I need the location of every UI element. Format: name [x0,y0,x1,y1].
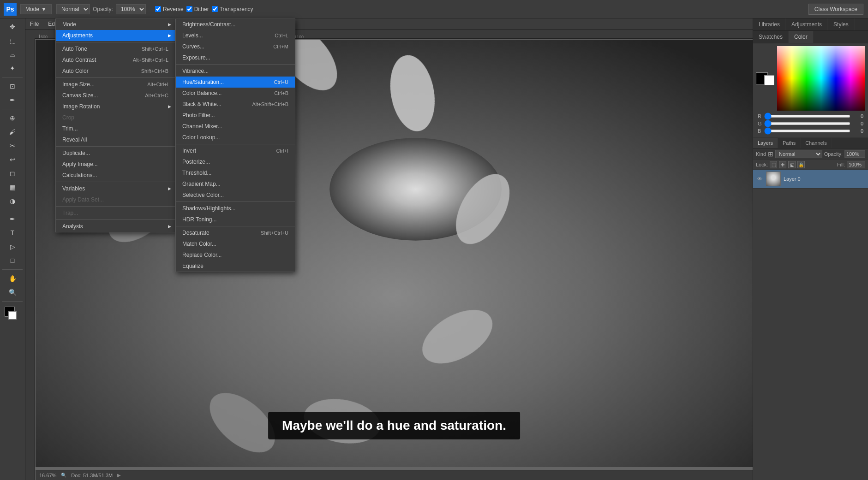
transparency-label: Transparency [220,6,253,12]
magic-wand-tool[interactable]: ✦ [6,62,19,75]
adj-color-lookup[interactable]: Color Lookup... [176,132,295,143]
gradient-tool[interactable]: ▦ [6,181,19,194]
adj-vibrance[interactable]: Vibrance... [176,65,295,77]
adj-exposure[interactable]: Exposure... [176,52,295,63]
adj-channel-mixer[interactable]: Channel Mixer... [176,121,295,132]
adj-gradient-map[interactable]: Gradient Map... [176,178,295,190]
tab-adjustments[interactable]: Adjustments [786,18,828,30]
eraser-tool[interactable]: ◻ [6,167,19,180]
g-label: G [758,121,762,126]
tab-color[interactable]: Color [789,31,814,43]
adj-threshold[interactable]: Threshold... [176,167,295,178]
menu-sep4 [56,182,175,182]
color-spectrum[interactable] [777,46,865,111]
background-color[interactable] [8,311,17,320]
layer-visibility-toggle[interactable]: 👁 [756,175,763,183]
reverse-checkbox-group[interactable]: Reverse [155,6,184,12]
opacity-input[interactable] [844,150,865,158]
menu-file[interactable]: File [25,20,43,28]
adj-levels[interactable]: Levels... Ctrl+L [176,30,295,41]
sub-tab-channels[interactable]: Channels [801,138,832,148]
history-brush-tool[interactable]: ↩ [6,153,19,166]
menu-duplicate[interactable]: Duplicate... [56,148,175,159]
eyedropper-tool[interactable]: ✒ [6,94,19,107]
menu-apply-image[interactable]: Apply Image... [56,159,175,170]
r-slider[interactable] [764,115,850,118]
selection-tool[interactable]: ⬚ [6,34,19,47]
path-tool[interactable]: ▷ [6,240,19,253]
hand-tool[interactable]: ✋ [6,272,19,285]
crop-tool[interactable]: ⊡ [6,80,19,93]
workspace-button[interactable]: Class Workspace [808,4,863,15]
menu-adjustments[interactable]: Adjustments [56,30,175,41]
r-slider-row: R 0 [756,113,865,120]
adj-invert[interactable]: Invert Ctrl+I [176,145,295,156]
healing-brush-tool[interactable]: ⊕ [6,112,19,124]
menu-variables[interactable]: Variables [56,183,175,194]
menu-mode[interactable]: Mode [56,19,175,30]
forward-arrow[interactable]: ▶ [117,473,121,478]
menu-auto-color[interactable]: Auto Color Shift+Ctrl+B [56,65,175,77]
adj-brightness-contrast[interactable]: Brightness/Contrast... [176,19,295,30]
menu-calculations[interactable]: Calculations... [56,170,175,181]
transparency-checkbox-group[interactable]: Transparency [212,6,253,12]
pen-tool[interactable]: ✒ [6,213,19,225]
lock-artboards[interactable]: ⬕ [788,161,796,168]
adj-photo-filter[interactable]: Photo Filter... [176,110,295,121]
zoom-tool[interactable]: 🔍 [6,286,19,299]
lock-all[interactable]: 🔒 [797,161,805,168]
adj-replace-color[interactable]: Replace Color... [176,249,295,261]
fill-input[interactable] [847,161,865,168]
menu-trap: Trap... [56,207,175,219]
adj-hue-saturation[interactable]: Hue/Saturation... Ctrl+U [176,77,295,88]
shape-tool[interactable]: □ [6,254,19,267]
dither-checkbox-group[interactable]: Dither [186,6,209,12]
adj-selective-color[interactable]: Selective Color... [176,190,295,201]
r-label: R [758,113,762,119]
move-tool[interactable]: ✥ [6,20,19,33]
image-menu: Mode Adjustments Auto Tone Shift+Ctrl+L … [55,18,175,232]
menu-crop: Crop [56,112,175,123]
adj-black-white[interactable]: Black & White... Alt+Shift+Ctrl+B [176,99,295,110]
clone-stamp-tool[interactable]: ✂ [6,139,19,152]
mode-button[interactable]: Mode ▼ [20,4,52,14]
menu-auto-tone[interactable]: Auto Tone Shift+Ctrl+L [56,43,175,54]
type-tool[interactable]: T [6,226,19,239]
dodge-tool[interactable]: ◑ [6,195,19,207]
tab-swatches[interactable]: Swatches [753,31,789,43]
sub-tab-paths[interactable]: Paths [778,138,801,148]
b-slider[interactable] [764,130,850,132]
tab-libraries[interactable]: Libraries [753,18,786,30]
adj-hdr-toning[interactable]: HDR Toning... [176,214,295,225]
menu-image-size[interactable]: Image Size... Alt+Ctrl+I [56,79,175,90]
adj-posterize[interactable]: Posterize... [176,156,295,167]
adj-equalize[interactable]: Equalize [176,261,295,272]
g-slider[interactable] [764,122,850,125]
lock-pixels[interactable]: ⬚ [770,161,777,168]
right-panel: Libraries Adjustments Styles Swatches Co… [753,18,868,480]
menu-analysis[interactable]: Analysis [56,221,175,232]
adj-curves[interactable]: Curves... Ctrl+M [176,41,295,52]
dither-checkbox[interactable] [186,6,192,12]
tab-styles[interactable]: Styles [828,18,855,30]
menu-trim[interactable]: Trim... [56,123,175,134]
lock-position[interactable]: ✚ [779,161,786,168]
menu-canvas-size[interactable]: Canvas Size... Alt+Ctrl+C [56,90,175,101]
brush-tool[interactable]: 🖌 [6,125,19,138]
menu-auto-contrast[interactable]: Auto Contrast Alt+Shift+Ctrl+L [56,54,175,65]
menu-image-rotation[interactable]: Image Rotation [56,101,175,112]
sub-tab-layers[interactable]: Layers [753,138,778,148]
adj-color-balance[interactable]: Color Balance... Ctrl+B [176,88,295,99]
background-swatch[interactable] [764,75,774,85]
blend-mode-select[interactable]: Normal [56,4,90,14]
layer-row[interactable]: 👁 Layer 0 [753,170,868,189]
blend-mode-dropdown[interactable]: Normal [775,150,822,158]
adj-desaturate[interactable]: Desaturate Shift+Ctrl+U [176,227,295,238]
opacity-select[interactable]: 100% [116,4,146,14]
menu-reveal-all[interactable]: Reveal All [56,134,175,145]
adj-shadows-highlights[interactable]: Shadows/Highlights... [176,203,295,214]
reverse-checkbox[interactable] [155,6,161,12]
transparency-checkbox[interactable] [212,6,218,12]
adj-match-color[interactable]: Match Color... [176,238,295,249]
lasso-tool[interactable]: ⌓ [6,48,19,61]
